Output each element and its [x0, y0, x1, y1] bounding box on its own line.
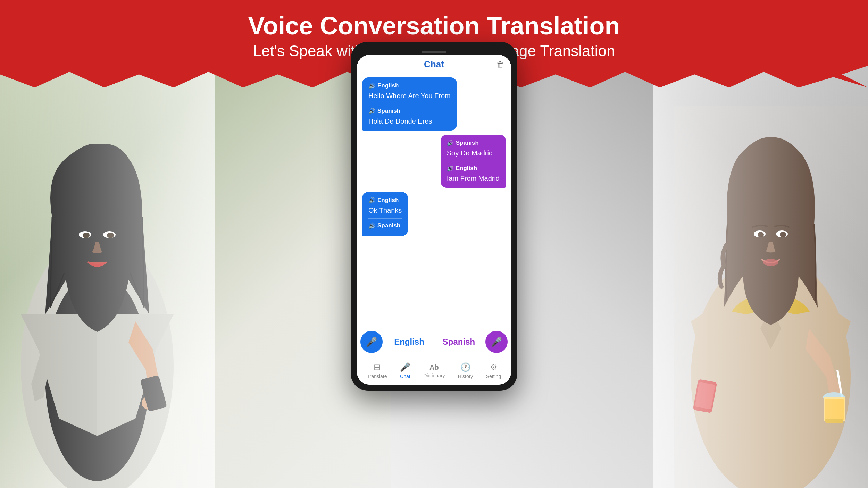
- nav-history-label: History: [458, 373, 473, 379]
- lang-label-right[interactable]: Spanish: [436, 337, 482, 347]
- bottom-nav: ⊟ Translate 🎤 Chat Ab Dictionary 🕐 Histo…: [357, 358, 511, 385]
- mic-icon-right: 🎤: [491, 337, 502, 347]
- nav-dictionary-label: Dictionary: [423, 373, 445, 378]
- chat-messages: 🔊 English Hello Where Are You From 🔊 Spa…: [357, 74, 511, 326]
- delete-icon[interactable]: 🗑: [496, 60, 504, 69]
- setting-icon: ⚙: [490, 362, 498, 372]
- svg-rect-23: [825, 399, 844, 420]
- mic-button-right[interactable]: 🎤: [485, 331, 508, 353]
- msg3-divider: [368, 218, 402, 219]
- speaker-icon-3[interactable]: 🔊: [447, 140, 454, 146]
- msg1-divider: [368, 104, 451, 104]
- lang-selector: 🎤 English Spanish 🎤: [357, 326, 511, 358]
- speaker-icon-1[interactable]: 🔊: [368, 83, 375, 89]
- msg3-lang2: Spanish: [377, 222, 400, 229]
- msg3-text1: Ok Thanks: [368, 206, 402, 215]
- speaker-icon-6[interactable]: 🔊: [368, 222, 375, 229]
- msg1-text2: Hola De Donde Eres: [368, 117, 451, 126]
- message-3-left: 🔊 English Ok Thanks 🔊 Spanish: [362, 192, 408, 236]
- msg3-lang2-row: 🔊 Spanish: [368, 222, 402, 229]
- msg1-lang2: Spanish: [377, 108, 400, 115]
- speaker-icon-2[interactable]: 🔊: [368, 108, 375, 115]
- msg2-divider: [447, 161, 500, 161]
- svg-point-19: [763, 259, 778, 266]
- phone-container: Chat 🗑 🔊 English Hello Where Are You Fro…: [351, 42, 517, 391]
- phone: Chat 🗑 🔊 English Hello Where Are You Fro…: [351, 42, 517, 391]
- mic-icon-left: 🎤: [366, 337, 377, 347]
- dictionary-icon: Ab: [429, 363, 439, 371]
- nav-chat-label: Chat: [400, 373, 410, 379]
- msg3-lang1: English: [377, 197, 399, 204]
- message-1-left: 🔊 English Hello Where Are You From 🔊 Spa…: [362, 77, 457, 131]
- phone-screen: Chat 🗑 🔊 English Hello Where Are You Fro…: [357, 55, 511, 385]
- mic-button-left[interactable]: 🎤: [360, 331, 383, 353]
- message-2-right: 🔊 Spanish Soy De Madrid 🔊 English Iam Fr…: [441, 135, 506, 188]
- phone-top-bar: [357, 48, 511, 55]
- chat-header: Chat 🗑: [357, 55, 511, 74]
- nav-translate[interactable]: ⊟ Translate: [367, 362, 387, 379]
- svg-rect-24: [825, 419, 843, 423]
- nav-setting[interactable]: ⚙ Setting: [486, 362, 501, 379]
- chat-title: Chat: [424, 59, 444, 70]
- banner-title: Voice Conversation Translation: [69, 12, 799, 40]
- svg-point-7: [107, 233, 114, 238]
- msg2-lang2: English: [456, 165, 477, 172]
- speaker-icon-5[interactable]: 🔊: [368, 197, 375, 204]
- nav-history[interactable]: 🕐 History: [458, 362, 473, 379]
- translate-icon: ⊟: [374, 362, 381, 372]
- msg1-lang2-row: 🔊 Spanish: [368, 108, 451, 115]
- nav-setting-label: Setting: [486, 373, 501, 379]
- svg-point-17: [758, 232, 764, 237]
- msg2-text1: Soy De Madrid: [447, 149, 500, 158]
- history-icon: 🕐: [460, 362, 471, 372]
- right-figure: [674, 106, 868, 488]
- msg1-lang1: English: [377, 82, 399, 89]
- msg3-lang1-row: 🔊 English: [368, 197, 402, 204]
- msg2-lang1-row: 🔊 Spanish: [447, 140, 500, 146]
- phone-speaker: [422, 51, 446, 53]
- nav-dictionary[interactable]: Ab Dictionary: [423, 363, 445, 378]
- svg-point-18: [780, 232, 786, 237]
- nav-chat[interactable]: 🎤 Chat: [400, 362, 410, 379]
- nav-translate-label: Translate: [367, 373, 387, 379]
- lang-label-left[interactable]: English: [386, 337, 432, 347]
- svg-point-6: [83, 233, 90, 238]
- msg2-text2: Iam From Madrid: [447, 174, 500, 183]
- msg1-lang1-row: 🔊 English: [368, 82, 451, 89]
- msg2-lang1: Spanish: [456, 140, 479, 146]
- chat-icon: 🎤: [400, 362, 410, 372]
- msg1-text1: Hello Where Are You From: [368, 91, 451, 100]
- left-figure: [0, 106, 194, 488]
- speaker-icon-4[interactable]: 🔊: [447, 165, 454, 172]
- msg2-lang2-row: 🔊 English: [447, 165, 500, 172]
